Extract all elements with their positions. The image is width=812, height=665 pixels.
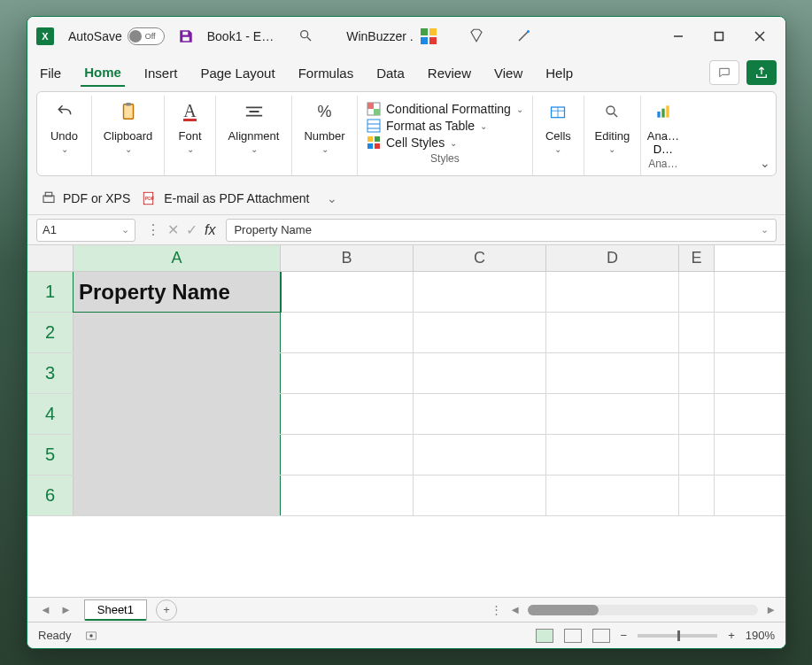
cell[interactable]: [281, 476, 414, 515]
tab-data[interactable]: Data: [373, 60, 408, 86]
cell[interactable]: [679, 435, 715, 475]
cell[interactable]: [414, 476, 546, 515]
cell[interactable]: [281, 394, 414, 434]
normal-view-button[interactable]: [536, 629, 553, 643]
tab-insert[interactable]: Insert: [141, 60, 182, 86]
format-as-table-button[interactable]: Format as Table⌄: [367, 119, 523, 133]
cell-a6[interactable]: [73, 476, 281, 515]
cell[interactable]: [414, 353, 546, 393]
search-icon[interactable]: [298, 28, 314, 44]
overflow-menu[interactable]: ⌄: [327, 191, 337, 205]
group-undo[interactable]: Undo ⌄: [37, 96, 92, 175]
zoom-in-button[interactable]: +: [728, 629, 735, 642]
horizontal-scrollbar[interactable]: [528, 605, 758, 615]
tab-view[interactable]: View: [491, 60, 526, 86]
cell[interactable]: [546, 353, 679, 393]
cell-styles-button[interactable]: Cell Styles⌄: [367, 135, 523, 150]
cell-a3[interactable]: [73, 353, 281, 393]
col-header-b[interactable]: B: [281, 245, 414, 271]
autosave-control[interactable]: AutoSave Off: [68, 27, 165, 45]
collapse-ribbon-button[interactable]: ⌄: [760, 156, 770, 170]
comments-button[interactable]: [709, 60, 739, 85]
cell-a1[interactable]: Property Name: [73, 272, 281, 312]
formula-input[interactable]: Property Name ⌄: [226, 219, 777, 242]
scroll-left-button[interactable]: ◄: [509, 603, 521, 616]
cell[interactable]: [546, 313, 679, 352]
conditional-formatting-button[interactable]: Conditional Formatting⌄: [367, 102, 523, 116]
cell-c1[interactable]: [414, 272, 546, 312]
name-box[interactable]: A1 ⌄: [36, 219, 135, 242]
add-sheet-button[interactable]: +: [156, 599, 177, 621]
col-header-e[interactable]: E: [679, 245, 715, 271]
share-button[interactable]: [746, 60, 777, 85]
cell[interactable]: [414, 394, 546, 434]
cell-a5[interactable]: [73, 435, 281, 475]
sheet-tab-sheet1[interactable]: Sheet1: [84, 599, 147, 621]
cell-a4[interactable]: [73, 394, 281, 434]
prev-sheet-button[interactable]: ◄: [40, 603, 51, 616]
row-header-1[interactable]: 1: [27, 272, 73, 312]
zoom-level[interactable]: 190%: [746, 629, 775, 642]
row-header-3[interactable]: 3: [27, 353, 73, 393]
group-cells[interactable]: Cells ⌄: [533, 96, 584, 175]
tab-page-layout[interactable]: Page Layout: [197, 60, 278, 86]
wand-icon[interactable]: [516, 27, 534, 45]
tab-help[interactable]: Help: [542, 60, 576, 86]
dots-icon[interactable]: ⋮: [146, 221, 160, 238]
cell[interactable]: [546, 435, 679, 475]
scroll-right-button[interactable]: ►: [765, 603, 777, 616]
page-break-view-button[interactable]: [592, 629, 610, 643]
group-analyze[interactable]: Ana… D… Ana…: [641, 96, 685, 175]
save-icon[interactable]: [177, 27, 195, 45]
email-pdf-button[interactable]: PDF E-mail as PDF Attachment: [141, 190, 309, 206]
pdf-or-xps-button[interactable]: PDF or XPS: [40, 190, 130, 206]
cell-d1[interactable]: [546, 272, 679, 312]
group-alignment[interactable]: Alignment ⌄: [216, 96, 292, 175]
group-font[interactable]: A Font ⌄: [165, 96, 216, 175]
next-sheet-button[interactable]: ►: [60, 603, 72, 616]
cell[interactable]: [679, 353, 715, 393]
row-header-5[interactable]: 5: [27, 435, 73, 475]
minimize-button[interactable]: [658, 19, 699, 54]
cell-b1[interactable]: [281, 272, 414, 312]
account-name[interactable]: WinBuzzer .: [346, 29, 413, 43]
group-clipboard[interactable]: Clipboard ⌄: [92, 96, 165, 175]
tab-file[interactable]: File: [36, 60, 65, 86]
col-header-d[interactable]: D: [546, 245, 679, 271]
autosave-toggle[interactable]: Off: [128, 27, 165, 45]
cancel-icon[interactable]: ✕: [167, 221, 179, 238]
cell[interactable]: [679, 313, 715, 352]
cell[interactable]: [546, 476, 679, 515]
cell[interactable]: [679, 394, 715, 434]
close-button[interactable]: [739, 19, 780, 54]
zoom-slider[interactable]: [638, 634, 717, 638]
maximize-button[interactable]: [699, 19, 739, 54]
cell[interactable]: [414, 435, 546, 475]
cell[interactable]: [546, 394, 679, 434]
cell[interactable]: [414, 313, 546, 352]
zoom-out-button[interactable]: −: [621, 629, 628, 642]
col-header-a[interactable]: A: [73, 245, 281, 271]
group-number[interactable]: % Number ⌄: [292, 96, 358, 175]
cell[interactable]: [679, 476, 715, 515]
tab-home[interactable]: Home: [81, 59, 125, 87]
cell[interactable]: [281, 313, 414, 352]
page-layout-view-button[interactable]: [564, 629, 582, 643]
cell-e1[interactable]: [679, 272, 715, 312]
cell-a2[interactable]: [73, 313, 281, 352]
row-header-6[interactable]: 6: [27, 476, 73, 515]
enter-icon[interactable]: ✓: [186, 221, 197, 238]
macro-record-icon[interactable]: [84, 630, 98, 642]
fx-icon[interactable]: fx: [205, 222, 215, 238]
select-all-corner[interactable]: [27, 245, 73, 271]
cell[interactable]: [281, 435, 414, 475]
tab-review[interactable]: Review: [424, 60, 475, 86]
cell[interactable]: [281, 353, 414, 393]
tab-formulas[interactable]: Formulas: [295, 60, 358, 86]
chevron-down-icon: ⌄: [187, 144, 194, 154]
row-header-4[interactable]: 4: [27, 394, 73, 434]
row-header-2[interactable]: 2: [27, 313, 73, 352]
col-header-c[interactable]: C: [414, 245, 546, 271]
diamond-icon[interactable]: [468, 27, 486, 45]
group-editing[interactable]: Editing ⌄: [584, 96, 641, 175]
